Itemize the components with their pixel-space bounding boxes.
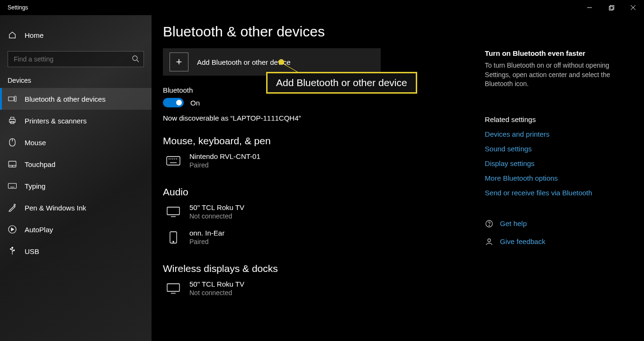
tv-device-icon bbox=[165, 203, 182, 220]
svg-rect-2 bbox=[610, 5, 614, 9]
device-status: Not connected bbox=[189, 289, 244, 297]
svg-rect-36 bbox=[167, 284, 179, 291]
page-title: Bluetooth & other devices bbox=[163, 24, 625, 40]
link-devices-printers[interactable]: Devices and printers bbox=[485, 130, 625, 138]
minimize-button[interactable] bbox=[579, 0, 600, 15]
sidebar-item-label: USB bbox=[25, 247, 39, 255]
sidebar-item-label: Bluetooth & other devices bbox=[25, 95, 106, 103]
device-name: 50" TCL Roku TV bbox=[189, 203, 244, 211]
sidebar-item-label: Pen & Windows Ink bbox=[25, 204, 86, 212]
feedback-icon bbox=[485, 237, 493, 246]
get-help-row[interactable]: Get help bbox=[485, 219, 625, 228]
touchpad-icon bbox=[8, 161, 17, 167]
plus-icon: + bbox=[170, 52, 188, 71]
search-input[interactable] bbox=[8, 51, 144, 67]
maximize-button[interactable] bbox=[600, 0, 622, 15]
devices-icon bbox=[8, 96, 17, 102]
device-row[interactable]: Nintendo RVL-CNT-01 Paired bbox=[163, 150, 462, 173]
sidebar-item-label: AutoPlay bbox=[25, 226, 53, 234]
window-controls bbox=[579, 0, 644, 15]
sidebar-item-autoplay[interactable]: AutoPlay bbox=[0, 219, 152, 240]
svg-point-39 bbox=[489, 225, 489, 226]
device-name: onn. In-Ear bbox=[189, 229, 224, 237]
device-name: Nintendo RVL-CNT-01 bbox=[189, 152, 260, 160]
phone-device-icon bbox=[165, 229, 182, 246]
sidebar-item-label: Printers & scanners bbox=[25, 117, 87, 125]
help-icon bbox=[485, 219, 493, 228]
group-wireless-title: Wireless displays & docks bbox=[163, 263, 462, 274]
svg-rect-25 bbox=[167, 157, 180, 165]
give-feedback-row[interactable]: Give feedback bbox=[485, 237, 625, 246]
link-more-bluetooth[interactable]: More Bluetooth options bbox=[485, 174, 625, 182]
svg-point-19 bbox=[14, 204, 16, 206]
sidebar-item-bluetooth[interactable]: Bluetooth & other devices bbox=[0, 88, 152, 110]
device-name: 50" TCL Roku TV bbox=[189, 280, 244, 288]
annotation-callout: Add Bluetooth or other device bbox=[266, 72, 417, 94]
search-icon bbox=[132, 55, 139, 62]
svg-rect-10 bbox=[10, 117, 14, 119]
link-sound-settings[interactable]: Sound settings bbox=[485, 145, 625, 153]
device-row[interactable]: onn. In-Ear Paired bbox=[163, 227, 462, 250]
sidebar-item-touchpad[interactable]: Touchpad bbox=[0, 153, 152, 175]
sidebar-section-label: Devices bbox=[0, 67, 152, 88]
get-help-link[interactable]: Get help bbox=[500, 219, 527, 227]
svg-line-6 bbox=[137, 60, 139, 62]
device-status: Paired bbox=[189, 161, 260, 169]
sidebar-item-label: Typing bbox=[25, 182, 45, 190]
usb-icon bbox=[8, 247, 17, 255]
toggle-state: On bbox=[190, 99, 200, 107]
give-feedback-link[interactable]: Give feedback bbox=[500, 237, 546, 245]
tip-title: Turn on Bluetooth even faster bbox=[485, 49, 625, 57]
sidebar: Home Devices Bluetooth & other devices P… bbox=[0, 15, 152, 341]
svg-rect-1 bbox=[609, 6, 613, 10]
home-icon bbox=[8, 31, 17, 39]
device-row[interactable]: 50" TCL Roku TV Not connected bbox=[163, 201, 462, 224]
sidebar-home-label: Home bbox=[25, 31, 44, 39]
keyboard-device-icon bbox=[165, 152, 182, 169]
keyboard-icon bbox=[8, 183, 17, 189]
search-container bbox=[0, 45, 152, 67]
tv-device-icon bbox=[165, 280, 182, 297]
svg-rect-8 bbox=[15, 96, 16, 101]
svg-rect-9 bbox=[9, 119, 15, 122]
svg-point-40 bbox=[488, 239, 491, 242]
svg-point-5 bbox=[133, 56, 137, 61]
sidebar-item-label: Mouse bbox=[25, 139, 46, 147]
main-content: Bluetooth & other devices + Add Bluetoot… bbox=[152, 15, 644, 341]
window-title: Settings bbox=[8, 4, 28, 11]
svg-rect-32 bbox=[167, 207, 179, 215]
sidebar-home[interactable]: Home bbox=[0, 25, 152, 45]
autoplay-icon bbox=[8, 225, 17, 234]
related-title: Related settings bbox=[485, 115, 625, 123]
sidebar-item-typing[interactable]: Typing bbox=[0, 175, 152, 197]
svg-point-23 bbox=[10, 249, 11, 250]
device-status: Paired bbox=[189, 238, 224, 245]
bluetooth-toggle[interactable] bbox=[163, 98, 184, 107]
svg-point-35 bbox=[173, 241, 174, 242]
device-status: Not connected bbox=[189, 212, 244, 220]
mouse-icon bbox=[8, 138, 17, 147]
svg-rect-17 bbox=[8, 184, 16, 188]
group-audio-title: Audio bbox=[163, 186, 462, 198]
tip-body: To turn Bluetooth on or off without open… bbox=[485, 61, 625, 89]
sidebar-item-mouse[interactable]: Mouse bbox=[0, 131, 152, 153]
discoverable-text: Now discoverable as “LAPTOP-1111CQH4” bbox=[163, 114, 462, 122]
sidebar-item-pen[interactable]: Pen & Windows Ink bbox=[0, 197, 152, 219]
group-mouse-title: Mouse, keyboard, & pen bbox=[163, 135, 462, 147]
close-button[interactable] bbox=[622, 0, 644, 15]
sidebar-item-label: Touchpad bbox=[25, 160, 55, 168]
printer-icon bbox=[8, 117, 17, 124]
add-device-label: Add Bluetooth or other device bbox=[197, 58, 291, 66]
svg-rect-7 bbox=[9, 97, 14, 101]
content-right: Turn on Bluetooth even faster To turn Bl… bbox=[485, 48, 625, 301]
link-send-receive-bt[interactable]: Send or receive files via Bluetooth bbox=[485, 189, 625, 197]
pen-icon bbox=[8, 203, 17, 212]
titlebar: Settings bbox=[0, 0, 644, 15]
svg-rect-24 bbox=[14, 250, 15, 251]
device-row[interactable]: 50" TCL Roku TV Not connected bbox=[163, 278, 462, 301]
annotation-dot bbox=[278, 59, 284, 65]
link-display-settings[interactable]: Display settings bbox=[485, 159, 625, 167]
svg-point-22 bbox=[12, 247, 13, 248]
sidebar-item-usb[interactable]: USB bbox=[0, 240, 152, 262]
sidebar-item-printers[interactable]: Printers & scanners bbox=[0, 110, 152, 131]
